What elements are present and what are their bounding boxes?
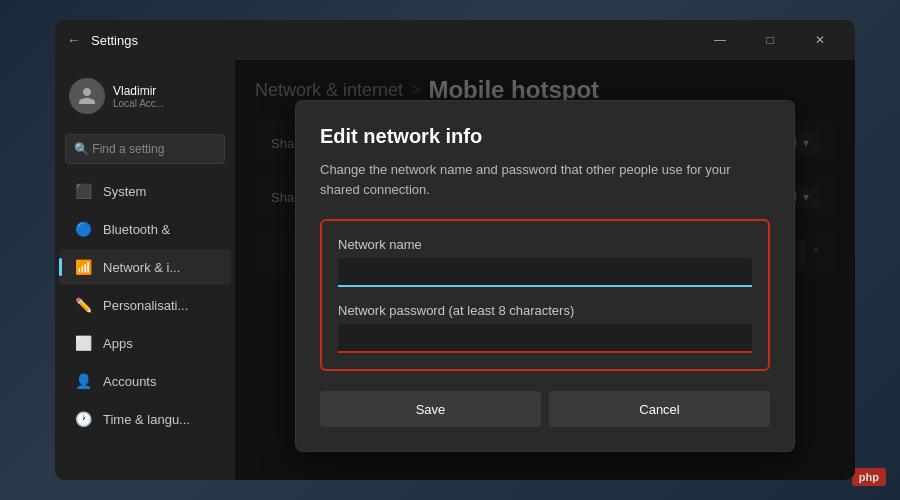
window-controls: — □ ✕ — [697, 24, 843, 56]
maximize-button[interactable]: □ — [747, 24, 793, 56]
personalisation-icon: ✏️ — [73, 295, 93, 315]
sidebar-item-bluetooth[interactable]: 🔵 Bluetooth & — [59, 211, 231, 247]
user-name: Vladimir — [113, 84, 164, 98]
sidebar-item-label-bluetooth: Bluetooth & — [103, 222, 170, 237]
php-watermark: php — [852, 467, 886, 486]
form-box: Network name Network password (at least … — [320, 219, 770, 371]
close-button[interactable]: ✕ — [797, 24, 843, 56]
settings-window: ← Settings — □ ✕ Vladimir Local Acc... — [55, 20, 855, 480]
accounts-icon: 👤 — [73, 371, 93, 391]
window-title: Settings — [91, 33, 697, 48]
search-placeholder: Find a setting — [92, 142, 164, 156]
avatar — [69, 78, 105, 114]
sidebar-item-personalisation[interactable]: ✏️ Personalisati... — [59, 287, 231, 323]
search-icon: 🔍 — [74, 142, 89, 156]
network-password-label: Network password (at least 8 characters) — [338, 303, 752, 318]
user-profile[interactable]: Vladimir Local Acc... — [55, 68, 235, 124]
main-content: Vladimir Local Acc... 🔍 Find a setting ⬛… — [55, 60, 855, 480]
network-password-input[interactable] — [338, 324, 752, 353]
title-bar: ← Settings — □ ✕ — [55, 20, 855, 60]
sidebar: Vladimir Local Acc... 🔍 Find a setting ⬛… — [55, 60, 235, 480]
sidebar-item-label-system: System — [103, 184, 146, 199]
sidebar-item-label-apps: Apps — [103, 336, 133, 351]
network-name-input[interactable] — [338, 258, 752, 287]
modal-title: Edit network info — [320, 125, 770, 148]
php-badge-text: php — [852, 468, 886, 486]
back-button[interactable]: ← — [67, 32, 81, 48]
network-name-label: Network name — [338, 237, 752, 252]
sidebar-item-label-accounts: Accounts — [103, 374, 156, 389]
bluetooth-icon: 🔵 — [73, 219, 93, 239]
system-icon: ⬛ — [73, 181, 93, 201]
sidebar-item-label-personalisation: Personalisati... — [103, 298, 188, 313]
time-icon: 🕐 — [73, 409, 93, 429]
sidebar-item-apps[interactable]: ⬜ Apps — [59, 325, 231, 361]
network-name-field: Network name — [338, 237, 752, 287]
sidebar-item-label-network: Network & i... — [103, 260, 180, 275]
right-content: Network & internet > Mobile hotspot Shar… — [235, 60, 855, 480]
modal-buttons: Save Cancel — [320, 391, 770, 427]
sidebar-item-label-time: Time & langu... — [103, 412, 190, 427]
sidebar-item-accounts[interactable]: 👤 Accounts — [59, 363, 231, 399]
apps-icon: ⬜ — [73, 333, 93, 353]
modal-overlay: Edit network info Change the network nam… — [235, 60, 855, 480]
network-icon: 📶 — [73, 257, 93, 277]
user-subtitle: Local Acc... — [113, 98, 164, 109]
sidebar-item-time[interactable]: 🕐 Time & langu... — [59, 401, 231, 437]
sidebar-search[interactable]: 🔍 Find a setting — [65, 134, 225, 164]
sidebar-item-network[interactable]: 📶 Network & i... — [59, 249, 231, 285]
sidebar-item-system[interactable]: ⬛ System — [59, 173, 231, 209]
save-button[interactable]: Save — [320, 391, 541, 427]
modal-description: Change the network name and password tha… — [320, 160, 770, 199]
minimize-button[interactable]: — — [697, 24, 743, 56]
user-info: Vladimir Local Acc... — [113, 84, 164, 109]
modal: Edit network info Change the network nam… — [295, 100, 795, 452]
cancel-button[interactable]: Cancel — [549, 391, 770, 427]
network-password-field: Network password (at least 8 characters) — [338, 303, 752, 353]
